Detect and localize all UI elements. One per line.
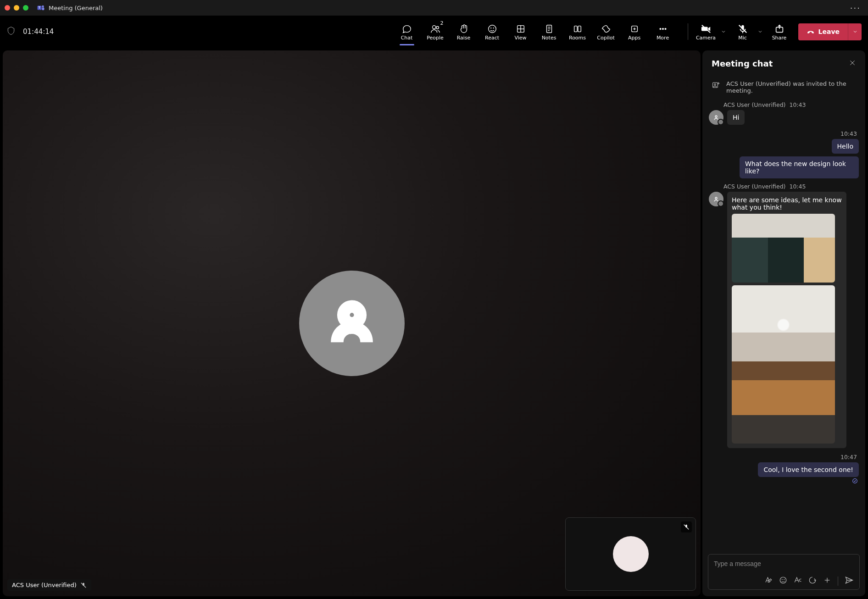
camera-off-icon [701, 23, 711, 35]
leave-button[interactable]: Leave [798, 23, 848, 40]
format-icon [764, 576, 773, 584]
camera-label: Camera [696, 35, 716, 41]
read-receipt-icon [852, 478, 858, 485]
rooms-icon [573, 23, 583, 35]
maximize-window-button[interactable] [23, 5, 28, 11]
mic-options-chevron[interactable] [755, 18, 765, 45]
people-button[interactable]: 2 People [422, 18, 449, 45]
chat-button[interactable]: Chat [393, 18, 421, 45]
image-attachment[interactable] [732, 214, 835, 283]
mic-label: Mic [738, 35, 747, 41]
svg-point-4 [432, 25, 435, 28]
teams-app-icon: T [37, 4, 45, 12]
compose-divider [838, 577, 838, 586]
more-button[interactable]: More [649, 18, 677, 45]
participant-name-tag: ACS User (Unverified) [7, 579, 91, 591]
svg-point-29 [343, 306, 360, 323]
share-button[interactable]: Share [767, 18, 792, 45]
person-icon [712, 114, 720, 121]
person-add-icon [712, 80, 721, 94]
view-label: View [514, 35, 526, 41]
view-button[interactable]: View [507, 18, 534, 45]
message-time: 10:45 [789, 183, 806, 190]
message-input[interactable] [714, 559, 854, 573]
plus-icon [823, 576, 831, 584]
message-bubble[interactable]: Cool, I love the second one! [758, 462, 859, 477]
titlebar-more-button[interactable]: ··· [847, 3, 863, 13]
chat-message: ACS User (Unverified) 10:43 Hi [709, 101, 859, 125]
react-icon [487, 23, 497, 35]
message-bubble[interactable]: Here are some ideas, let me know what yo… [727, 192, 846, 448]
self-avatar [613, 536, 649, 572]
chevron-down-icon [852, 29, 858, 34]
notes-icon [544, 23, 554, 35]
format-button[interactable] [764, 576, 773, 586]
shield-icon[interactable] [6, 26, 16, 37]
react-label: React [485, 35, 499, 41]
share-icon [774, 23, 785, 35]
message-bubble[interactable]: What does the new design look like? [740, 156, 859, 178]
close-icon [849, 59, 856, 67]
react-button[interactable]: React [479, 18, 506, 45]
apps-icon [629, 23, 640, 35]
message-sender: ACS User (Unverified) [723, 101, 785, 108]
close-chat-button[interactable] [849, 59, 856, 68]
send-button[interactable] [845, 576, 854, 587]
emoji-button[interactable] [779, 576, 787, 586]
svg-point-38 [715, 116, 717, 117]
camera-button[interactable]: Camera [694, 18, 718, 45]
chat-messages: ACS User (Unverified) was invited to the… [702, 77, 865, 549]
minimize-window-button[interactable] [14, 5, 19, 11]
rooms-button[interactable]: Rooms [564, 18, 591, 45]
message-time: 10:47 [840, 454, 859, 460]
sender-avatar [709, 192, 723, 206]
message-sender: ACS User (Unverified) [723, 183, 785, 190]
leave-options-chevron[interactable] [848, 23, 862, 40]
self-mic-muted-indicator [681, 521, 692, 532]
svg-point-23 [665, 28, 666, 29]
copilot-button[interactable]: Copilot [592, 18, 620, 45]
attach-button[interactable] [823, 576, 831, 586]
window-controls [5, 5, 28, 11]
raise-hand-icon [459, 23, 469, 35]
toolbar-divider [688, 23, 688, 40]
participant-avatar [299, 271, 405, 376]
close-window-button[interactable] [5, 5, 10, 11]
meeting-timer: 01:44:14 [23, 28, 54, 36]
copilot-icon [601, 23, 611, 35]
svg-point-40 [853, 479, 857, 483]
more-label: More [657, 35, 669, 41]
compose-box [708, 554, 860, 590]
raise-hand-button[interactable]: Raise [450, 18, 478, 45]
send-icon [845, 576, 854, 585]
message-bubble[interactable]: Hi [727, 110, 745, 125]
message-time: 10:43 [789, 101, 806, 108]
svg-point-43 [784, 579, 785, 580]
apps-button[interactable]: Apps [621, 18, 648, 45]
chat-message: ACS User (Unverified) 10:45 Here are som… [709, 183, 859, 448]
system-message: ACS User (Unverified) was invited to the… [709, 77, 859, 101]
meeting-toolbar: 01:44:14 Chat 2 People Raise React View … [0, 16, 868, 48]
svg-point-22 [662, 28, 663, 29]
svg-rect-3 [42, 7, 44, 10]
image-attachment[interactable] [732, 285, 835, 444]
chat-label: Chat [401, 35, 413, 41]
chat-message-mine: 10:43 Hello What does the new design loo… [709, 130, 859, 178]
loop-button[interactable] [808, 576, 817, 586]
giphy-button[interactable] [794, 576, 802, 586]
rooms-label: Rooms [569, 35, 586, 41]
people-count-badge: 2 [440, 20, 444, 26]
mic-off-icon [738, 23, 748, 35]
message-bubble[interactable]: Hello [832, 139, 859, 154]
svg-point-39 [715, 197, 717, 199]
svg-point-37 [714, 84, 716, 85]
mic-button[interactable]: Mic [730, 18, 755, 45]
svg-point-8 [493, 28, 494, 28]
camera-options-chevron[interactable] [718, 18, 729, 45]
emoji-icon [779, 576, 787, 584]
raise-label: Raise [457, 35, 471, 41]
chat-icon [402, 23, 412, 35]
svg-point-41 [780, 577, 786, 583]
self-video-thumbnail[interactable] [565, 517, 696, 591]
notes-button[interactable]: Notes [535, 18, 563, 45]
